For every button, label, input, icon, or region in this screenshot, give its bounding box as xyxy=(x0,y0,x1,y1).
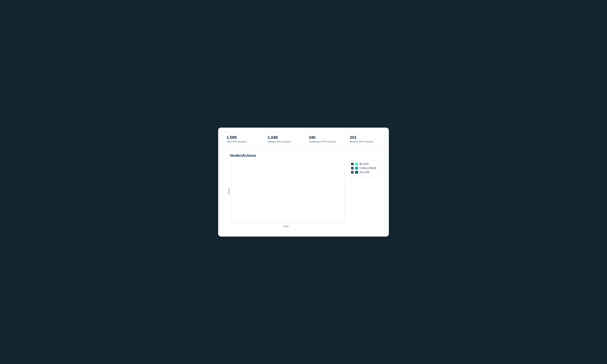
legend-swatch xyxy=(355,171,358,174)
stat-label: Allowed DFP sessions xyxy=(268,140,298,143)
chart-area-wrap: Count Time xyxy=(227,160,345,228)
checkbox-icon[interactable] xyxy=(351,171,354,174)
chart-xlabel: Time xyxy=(227,225,345,228)
chart-legend: BLOCK CHALLENGE ALLOW xyxy=(349,160,380,176)
legend-swatch xyxy=(355,163,358,166)
stat-label: Challenged DFP sessions xyxy=(309,140,339,143)
stat-challenged: 340 Challenged DFP sessions xyxy=(305,132,343,146)
chart-body: Count Time BLOCK C xyxy=(227,160,380,228)
legend-item-challenge[interactable]: CHALLENGE xyxy=(351,166,377,170)
stat-total: 1,589 Total DFP sessions xyxy=(223,132,261,146)
legend-label: ALLOW xyxy=(360,171,369,174)
dashboard-card: 1,589 Total DFP sessions 1,048 Allowed D… xyxy=(218,128,389,236)
stat-blocked: 201 Blocked DFP sessions xyxy=(346,132,384,146)
legend-swatch xyxy=(355,167,358,169)
legend-label: BLOCK xyxy=(360,162,369,166)
chart-panel: VerdictActions Count Time BLOCK xyxy=(223,149,384,231)
stat-value: 1,589 xyxy=(227,135,257,140)
stat-value: 1,048 xyxy=(268,135,298,140)
chart-area: Count xyxy=(227,160,345,223)
checkbox-icon[interactable] xyxy=(351,167,354,169)
legend-item-block[interactable]: BLOCK xyxy=(351,162,377,166)
stat-value: 201 xyxy=(350,135,380,140)
checkbox-icon[interactable] xyxy=(351,163,354,165)
stat-allowed: 1,048 Allowed DFP sessions xyxy=(264,132,302,146)
chart-title: VerdictActions xyxy=(230,153,380,158)
legend-label: CHALLENGE xyxy=(360,167,377,170)
chart-ylabel: Count xyxy=(227,160,231,223)
stat-label: Blocked DFP sessions xyxy=(350,140,380,143)
stats-row: 1,589 Total DFP sessions 1,048 Allowed D… xyxy=(223,132,384,146)
stat-value: 340 xyxy=(309,135,339,140)
stat-label: Total DFP sessions xyxy=(227,140,257,143)
legend-item-allow[interactable]: ALLOW xyxy=(351,170,377,174)
chart-plot xyxy=(231,160,345,223)
